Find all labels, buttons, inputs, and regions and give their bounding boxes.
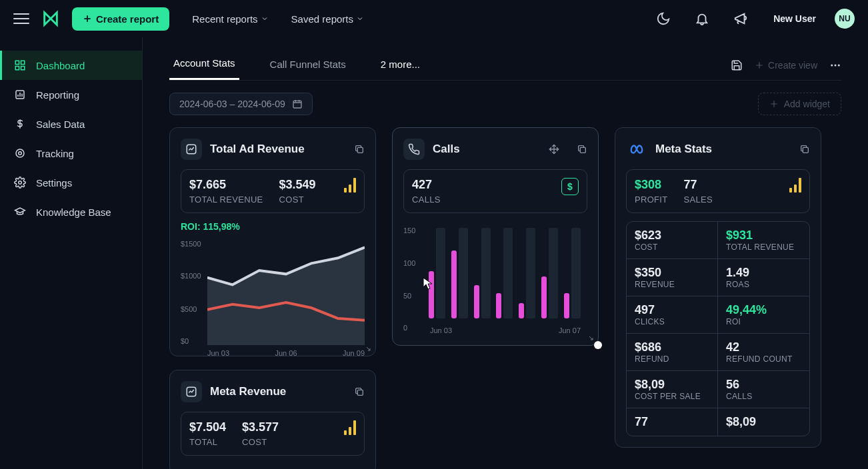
widget-meta-stats[interactable]: Meta Stats $308 PROFIT 77 SALES $623COST <box>615 127 821 448</box>
save-icon[interactable] <box>731 59 743 71</box>
date-range-picker[interactable]: 2024-06-03 – 2024-06-09 <box>169 93 313 115</box>
roi-label: ROI: 115,98% <box>181 221 365 232</box>
plus-icon <box>769 99 779 109</box>
create-report-label: Create report <box>96 13 159 25</box>
toolbar-row: 2024-06-03 – 2024-06-09 Add widget <box>169 93 841 115</box>
meta-revenue-value: $7.504 <box>189 420 226 434</box>
resize-icon[interactable] <box>586 333 594 341</box>
resize-handle[interactable] <box>594 341 602 349</box>
sidebar-item-label: Sales Data <box>36 119 85 130</box>
svg-point-5 <box>16 149 24 157</box>
user-name-label: New User <box>773 13 816 24</box>
sidebar-item-knowledge-base[interactable]: Knowledge Base <box>0 197 142 227</box>
chart-icon <box>181 381 202 402</box>
meta-stat-cell: $686REFUND <box>627 333 718 370</box>
tab-call-funnel-stats[interactable]: Call Funnel Stats <box>266 52 350 79</box>
dollar-badge-icon: $ <box>561 178 579 195</box>
copy-icon[interactable] <box>577 144 587 155</box>
drag-icon[interactable] <box>549 144 559 155</box>
create-view-button[interactable]: Create view <box>755 60 817 71</box>
calls-bar-chart: 150 100 50 0 Jun 03 Jun 07 <box>403 221 587 334</box>
sidebar-item-label: Reporting <box>36 89 79 101</box>
calls-count-label: CALLS <box>412 195 441 205</box>
svg-rect-1 <box>21 61 25 64</box>
sidebar-item-dashboard[interactable]: Dashboard <box>0 51 142 80</box>
sidebar-item-label: Settings <box>36 177 72 189</box>
sidebar-item-sales-data[interactable]: Sales Data <box>0 109 142 139</box>
resize-icon[interactable] <box>363 344 371 352</box>
svg-point-10 <box>838 65 840 67</box>
dark-mode-icon[interactable] <box>656 11 671 26</box>
sidebar-item-reporting[interactable]: Reporting <box>0 80 142 109</box>
user-avatar[interactable]: NU <box>835 9 855 29</box>
bell-icon[interactable] <box>695 11 709 26</box>
dashboard-icon <box>13 59 27 72</box>
app-logo <box>41 9 60 28</box>
menu-toggle-icon[interactable] <box>13 11 29 27</box>
svg-point-8 <box>831 65 833 67</box>
sidebar-item-tracking[interactable]: Tracking <box>0 139 142 168</box>
svg-point-9 <box>835 65 837 67</box>
tab-account-stats[interactable]: Account Stats <box>169 51 239 80</box>
chart-icon <box>181 139 202 160</box>
svg-rect-11 <box>293 101 301 108</box>
profit-value: $308 <box>635 178 667 192</box>
copy-icon[interactable] <box>799 144 810 155</box>
plus-icon <box>83 14 92 23</box>
sidebar-item-label: Tracking <box>36 148 74 159</box>
copy-icon[interactable] <box>354 386 365 397</box>
dollar-icon <box>13 117 27 131</box>
meta-stat-cell: 497CLICKS <box>627 296 718 333</box>
sparkline-icon <box>344 178 356 193</box>
saved-reports-dropdown[interactable]: Saved reports <box>291 13 364 25</box>
announcement-icon[interactable] <box>733 11 748 26</box>
meta-stats-grid: $623COST$931TOTAL REVENUE$350REVENUE1.49… <box>626 221 810 436</box>
calls-count-value: 427 <box>412 178 441 192</box>
total-revenue-value: $7.665 <box>189 178 263 192</box>
stat-box: $7.665 TOTAL REVENUE $3.549 COST <box>181 169 365 213</box>
cost-label: COST <box>279 195 316 205</box>
more-icon[interactable] <box>829 59 841 71</box>
revenue-line-chart: $1500 $1000 $500 $0 Jun 03 Jun 06 Jun <box>181 238 365 345</box>
meta-cost-label: COST <box>242 437 279 447</box>
add-widget-button[interactable]: Add widget <box>758 93 841 115</box>
stat-box: 427 CALLS $ <box>403 169 587 213</box>
svg-point-6 <box>19 152 22 155</box>
tabs-row: Account Stats Call Funnel Stats 2 more..… <box>169 51 841 81</box>
widget-meta-revenue[interactable]: Meta Revenue $7.504 TOTAL $3.577 COST <box>169 370 376 469</box>
svg-rect-3 <box>21 67 25 70</box>
meta-stat-cell: 56CALLS <box>718 370 809 408</box>
svg-rect-15 <box>357 390 363 395</box>
sparkline-icon <box>789 178 801 193</box>
create-report-button[interactable]: Create report <box>72 7 169 31</box>
chevron-down-icon <box>261 15 269 23</box>
gear-icon <box>13 176 27 189</box>
meta-stat-cell: $350REVENUE <box>627 258 718 296</box>
widget-title: Calls <box>433 143 460 156</box>
graduation-icon <box>13 205 27 219</box>
sidebar-item-settings[interactable]: Settings <box>0 168 142 197</box>
total-revenue-label: TOTAL REVENUE <box>189 195 263 205</box>
cost-value: $3.549 <box>279 178 316 192</box>
phone-icon <box>403 139 425 160</box>
sidebar-item-label: Dashboard <box>36 60 85 71</box>
meta-icon <box>626 139 647 160</box>
svg-rect-0 <box>15 61 19 64</box>
widget-total-ad-revenue[interactable]: Total Ad Revenue $7.665 TOTAL REVENUE $3… <box>169 127 376 356</box>
widget-calls[interactable]: Calls 427 CALLS $ 150 100 50 0 <box>392 127 599 346</box>
sales-value: 77 <box>683 178 712 192</box>
tab-more[interactable]: 2 more... <box>377 52 424 79</box>
stat-box: $7.504 TOTAL $3.577 COST <box>181 412 365 456</box>
target-icon <box>13 147 27 160</box>
copy-icon[interactable] <box>354 144 365 155</box>
sidebar: Dashboard Reporting Sales Data Tracking … <box>0 37 143 469</box>
meta-cost-value: $3.577 <box>242 420 279 434</box>
widget-title: Meta Revenue <box>210 385 286 398</box>
widget-title: Meta Stats <box>655 143 712 156</box>
meta-revenue-label: TOTAL <box>189 437 226 447</box>
plus-icon <box>755 61 764 70</box>
meta-stat-cell: $623COST <box>627 222 718 258</box>
recent-reports-dropdown[interactable]: Recent reports <box>192 13 268 25</box>
svg-point-7 <box>19 181 22 185</box>
profit-label: PROFIT <box>635 195 667 205</box>
